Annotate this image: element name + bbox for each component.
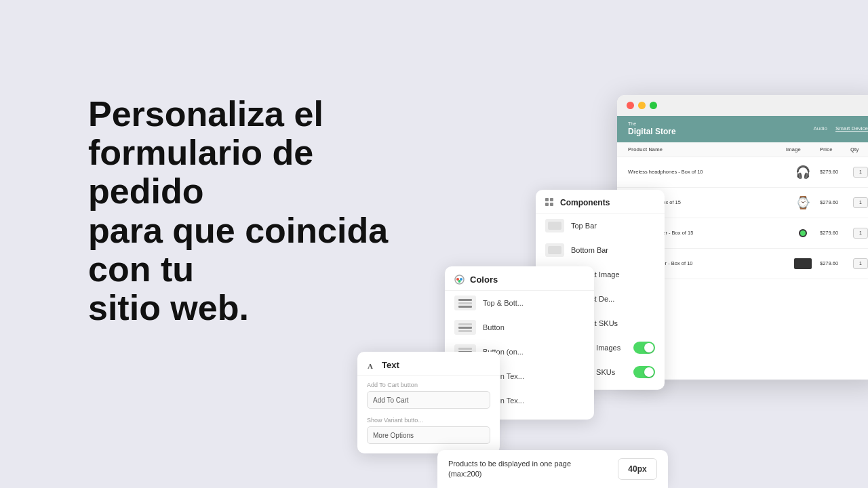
product-image: ⌚ xyxy=(786,193,820,212)
products-per-page-input[interactable]: 40px xyxy=(618,458,657,480)
panel-item-bottombar[interactable]: Bottom Bar xyxy=(536,238,665,262)
window-titlebar xyxy=(617,95,868,116)
product-qty: 1 xyxy=(850,167,868,178)
products-per-page-panel: Products to be displayed in one page (ma… xyxy=(437,450,668,488)
product-image: 🎧 xyxy=(786,163,820,182)
topbar-icon xyxy=(545,219,564,232)
store-logo: The Digital Store xyxy=(628,121,676,137)
svg-rect-1 xyxy=(550,198,553,201)
product-name: Wireless headphones - Box of 10 xyxy=(628,169,786,176)
colors-icon xyxy=(454,274,465,285)
store-nav-audio[interactable]: Audio xyxy=(814,125,827,132)
add-cart-input[interactable]: Add To Cart xyxy=(367,391,490,409)
product-qty: 1 xyxy=(850,228,868,239)
product-qty: 1 xyxy=(850,258,868,269)
products-per-page-label: Products to be displayed in one page (ma… xyxy=(448,459,584,480)
store-header: The Digital Store Audio Smart Devices xyxy=(617,116,868,142)
color-row-topbottom[interactable]: Top & Bott... xyxy=(445,291,594,315)
color-row-button[interactable]: Button xyxy=(445,315,594,340)
product-image xyxy=(786,254,820,273)
svg-point-7 xyxy=(458,280,461,283)
text-panel-title: A Text xyxy=(357,352,500,376)
text-panel: A Text Add To Cart button Add To Cart Sh… xyxy=(357,352,500,453)
store-nav: Audio Smart Devices xyxy=(814,125,868,132)
hero-section: Personaliza el formulario de pedido para… xyxy=(88,95,414,327)
bottombar-icon xyxy=(545,243,564,257)
dot-yellow xyxy=(638,102,646,109)
svg-text:A: A xyxy=(368,362,373,370)
variant-section: Show Variant butto... More Options xyxy=(357,411,500,447)
dot-green xyxy=(650,102,657,109)
table-row: Wireless headphones - Box of 10 🎧 $279.6… xyxy=(617,157,868,188)
text-icon: A xyxy=(367,361,376,370)
svg-rect-3 xyxy=(550,203,553,206)
svg-rect-2 xyxy=(545,203,549,206)
product-qty: 1 xyxy=(850,197,868,208)
color-swatch xyxy=(454,320,476,335)
variant-label: Show Variant butto... xyxy=(367,417,490,424)
colors-panel-title: Colors xyxy=(445,266,594,291)
product-price: $279.60 xyxy=(820,230,850,236)
svg-rect-0 xyxy=(545,198,549,201)
components-panel-title: Components xyxy=(536,190,665,214)
add-cart-section: Add To Cart button Add To Cart xyxy=(357,376,500,411)
product-price: $279.60 xyxy=(820,260,850,266)
product-price: $279.60 xyxy=(820,199,850,205)
components-icon xyxy=(545,198,555,207)
hero-title: Personaliza el formulario de pedido para… xyxy=(88,95,414,327)
variant-images-toggle[interactable] xyxy=(633,342,655,354)
color-swatch xyxy=(454,296,476,310)
panel-item-topbar[interactable]: Top Bar xyxy=(536,214,665,238)
product-image xyxy=(786,224,820,243)
dot-red xyxy=(627,102,634,109)
store-nav-smart[interactable]: Smart Devices xyxy=(835,125,868,132)
svg-point-4 xyxy=(455,275,464,284)
product-table-header: Product Name Image Price Qty xyxy=(617,142,868,157)
variant-skus-toggle[interactable] xyxy=(633,366,655,378)
product-price: $279.60 xyxy=(820,169,850,175)
variant-input[interactable]: More Options xyxy=(367,426,490,444)
add-cart-label: Add To Cart button xyxy=(367,382,490,388)
